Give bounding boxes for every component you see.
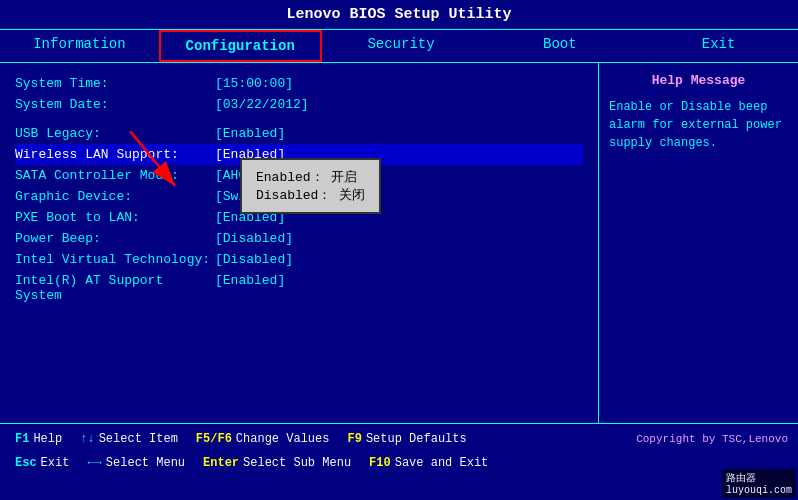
- status-desc-←→: Select Menu: [106, 456, 185, 470]
- config-row-3: USB Legacy:[Enabled]: [15, 123, 583, 144]
- config-value-3: [Enabled]: [215, 126, 285, 141]
- row-spacer-2: [15, 115, 583, 123]
- config-row-10: Intel(R) AT Support System[Enabled]: [15, 270, 583, 306]
- status-item-: ↑↓Select Item: [80, 432, 178, 446]
- popup-enabled-value: 开启: [331, 170, 357, 185]
- status-key-Enter: Enter: [203, 456, 239, 470]
- right-panel: Help Message Enable or Disable beep alar…: [598, 63, 798, 423]
- config-value-8: [Disabled]: [215, 231, 293, 246]
- popup-disabled-label: Disabled：: [256, 188, 331, 203]
- status-item-f1: F1Help: [15, 432, 62, 446]
- config-label-7: PXE Boot to LAN:: [15, 210, 215, 225]
- status-item-esc: EscExit: [15, 456, 69, 470]
- status-desc-↑↓: Select Item: [99, 432, 178, 446]
- status-key-←→: ←→: [87, 456, 101, 470]
- status-item-: ←→Select Menu: [87, 456, 185, 470]
- tab-configuration[interactable]: Configuration: [159, 30, 322, 62]
- config-label-1: System Date:: [15, 97, 215, 112]
- nav-tabs: InformationConfigurationSecurityBootExit: [0, 29, 798, 63]
- popup-box: Enabled： 开启 Disabled： 关闭: [240, 158, 381, 214]
- popup-disabled-value: 关闭: [339, 188, 365, 203]
- config-value-0: [15:00:00]: [215, 76, 293, 91]
- title-bar: Lenovo BIOS Setup Utility: [0, 0, 798, 29]
- status-key-F9: F9: [347, 432, 361, 446]
- popup-disabled-row: Disabled： 关闭: [256, 186, 365, 204]
- config-label-4: Wireless LAN Support:: [15, 147, 215, 162]
- config-value-9: [Disabled]: [215, 252, 293, 267]
- main-content: System Time:[15:00:00]System Date:[03/22…: [0, 63, 798, 423]
- config-row-1: System Date:[03/22/2012]: [15, 94, 583, 115]
- popup-enabled-row: Enabled： 开启: [256, 168, 365, 186]
- status-item-enter: EnterSelect Sub Menu: [203, 456, 351, 470]
- status-desc-F1: Help: [33, 432, 62, 446]
- popup-enabled-label: Enabled：: [256, 170, 324, 185]
- config-value-10: [Enabled]: [215, 273, 285, 303]
- config-label-9: Intel Virtual Technology:: [15, 252, 215, 267]
- status-key-Esc: Esc: [15, 456, 37, 470]
- config-row-0: System Time:[15:00:00]: [15, 73, 583, 94]
- status-key-F5/F6: F5/F6: [196, 432, 232, 446]
- status-bar-row2: EscExit←→Select MenuEnterSelect Sub Menu…: [15, 456, 783, 470]
- config-row-9: Intel Virtual Technology:[Disabled]: [15, 249, 583, 270]
- config-label-10: Intel(R) AT Support System: [15, 273, 215, 303]
- status-key-F1: F1: [15, 432, 29, 446]
- status-desc-F5/F6: Change Values: [236, 432, 330, 446]
- status-bar: F1Help↑↓Select ItemF5/F6Change ValuesF9S…: [0, 423, 798, 478]
- config-label-5: SATA Controller Mode:: [15, 168, 215, 183]
- tab-security[interactable]: Security: [322, 30, 481, 62]
- config-label-0: System Time:: [15, 76, 215, 91]
- help-title: Help Message: [609, 73, 788, 88]
- status-desc-Enter: Select Sub Menu: [243, 456, 351, 470]
- watermark: 路由器luyouqi.com: [722, 469, 796, 498]
- config-value-1: [03/22/2012]: [215, 97, 309, 112]
- help-text: Enable or Disable beep alarm for externa…: [609, 98, 788, 152]
- status-item-f5f6: F5/F6Change Values: [196, 432, 330, 446]
- status-desc-F10: Save and Exit: [395, 456, 489, 470]
- status-desc-F9: Setup Defaults: [366, 432, 467, 446]
- status-key-↑↓: ↑↓: [80, 432, 94, 446]
- copyright-text: Copyright by TSC,Lenovo: [636, 433, 788, 445]
- left-panel: System Time:[15:00:00]System Date:[03/22…: [0, 63, 598, 423]
- config-row-8: Power Beep:[Disabled]: [15, 228, 583, 249]
- tab-boot[interactable]: Boot: [480, 30, 639, 62]
- tab-exit[interactable]: Exit: [639, 30, 798, 62]
- status-item-f10: F10Save and Exit: [369, 456, 488, 470]
- config-label-6: Graphic Device:: [15, 189, 215, 204]
- tab-information[interactable]: Information: [0, 30, 159, 62]
- status-item-f9: F9Setup Defaults: [347, 432, 466, 446]
- status-key-F10: F10: [369, 456, 391, 470]
- status-desc-Esc: Exit: [41, 456, 70, 470]
- config-label-8: Power Beep:: [15, 231, 215, 246]
- app-title: Lenovo BIOS Setup Utility: [286, 6, 511, 23]
- config-label-3: USB Legacy:: [15, 126, 215, 141]
